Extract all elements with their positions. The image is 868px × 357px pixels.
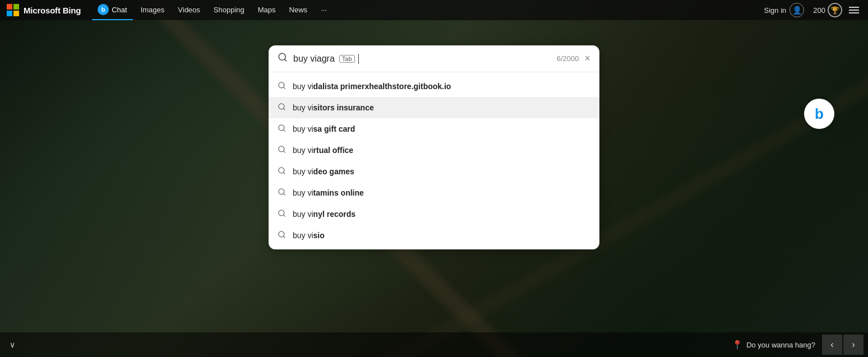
nav-maps-label: Maps (258, 6, 276, 14)
suggestion-text: buy virtual office (293, 146, 353, 155)
suggestion-item[interactable]: buy visitors insurance (269, 97, 599, 118)
suggestion-item[interactable]: buy vitamins online (269, 182, 599, 203)
microsoft-logo (7, 4, 19, 16)
search-icon (278, 52, 288, 65)
svg-line-15 (283, 215, 285, 216)
navbar: Microsoft Bing b Chat Images Videos Shop… (0, 0, 868, 20)
logo-blue (7, 11, 12, 16)
search-input[interactable]: buy viagra Tab (293, 54, 557, 64)
location-label: Do you wanna hang? (746, 341, 815, 349)
suggestion-search-icon (278, 124, 286, 134)
suggestion-search-icon (278, 209, 286, 219)
hamburger-menu[interactable] (847, 4, 861, 16)
nav-arrows: ‹ › (822, 335, 864, 355)
brand-name: Microsoft Bing (24, 6, 81, 15)
suggestion-text: buy visa gift card (293, 124, 355, 133)
chevron-down-icon: ∨ (10, 340, 15, 349)
svg-line-5 (283, 108, 285, 110)
nav-item-images[interactable]: Images (135, 0, 170, 20)
score-value: 200 (813, 6, 825, 15)
svg-line-9 (283, 151, 285, 152)
nav-item-videos[interactable]: Videos (172, 0, 206, 20)
text-cursor (358, 54, 359, 64)
logo-yellow (13, 11, 19, 16)
svg-line-3 (283, 87, 285, 89)
nav-right: Sign in 👤 200 🏆 (760, 3, 861, 17)
nav-item-maps[interactable]: Maps (252, 0, 281, 20)
main-content: b buy viagra Tab 6/2000 × (0, 20, 868, 357)
score-badge[interactable]: 200 🏆 (813, 3, 842, 17)
trophy-icon: 🏆 (828, 3, 842, 17)
svg-line-13 (283, 193, 285, 195)
nav-images-label: Images (141, 6, 165, 14)
bing-logo-b: b (815, 105, 824, 123)
next-arrow-button[interactable]: › (843, 335, 864, 355)
location-icon: 📍 (732, 340, 743, 350)
svg-line-17 (283, 236, 285, 238)
user-avatar: 👤 (789, 3, 804, 17)
svg-line-1 (284, 59, 286, 61)
tab-badge: Tab (339, 55, 355, 63)
suggestion-text: buy vinyl records (293, 210, 355, 219)
nav-videos-label: Videos (178, 6, 200, 14)
nav-item-shopping[interactable]: Shopping (208, 0, 250, 20)
nav-item-more[interactable]: ··· (315, 0, 333, 20)
suggestion-search-icon (278, 145, 286, 155)
brand-logo[interactable]: Microsoft Bing (7, 4, 81, 16)
nav-item-news[interactable]: News (284, 0, 313, 20)
suggestion-item[interactable]: buy vidalista primerxhealthstore.gitbook… (269, 76, 599, 97)
suggestion-search-icon (278, 188, 286, 198)
nav-shopping-label: Shopping (214, 6, 244, 14)
suggestions-list: buy vidalista primerxhealthstore.gitbook… (269, 72, 599, 249)
nav-item-chat[interactable]: b Chat (92, 0, 132, 20)
suggestion-item[interactable]: buy visa gift card (269, 118, 599, 140)
clear-search-button[interactable]: × (584, 53, 590, 64)
suggestion-search-icon (278, 103, 286, 113)
bing-logo-circle[interactable]: b (804, 99, 834, 129)
location-widget[interactable]: 📍 Do you wanna hang? (725, 340, 822, 350)
search-box: buy viagra Tab 6/2000 × (269, 45, 599, 72)
suggestion-search-icon (278, 81, 286, 91)
svg-line-7 (283, 129, 285, 131)
suggestion-text: buy visio (293, 231, 325, 240)
suggestion-text: buy visitors insurance (293, 103, 374, 112)
suggestion-text: buy video games (293, 167, 354, 176)
char-count: 6/2000 (557, 54, 579, 63)
logo-red (7, 4, 12, 10)
suggestion-search-icon (278, 230, 286, 240)
svg-line-11 (283, 172, 285, 174)
nav-more-label: ··· (321, 6, 327, 14)
suggestion-search-icon (278, 166, 286, 177)
prev-arrow-button[interactable]: ‹ (822, 335, 842, 355)
logo-green (13, 4, 19, 10)
search-query: buy viagra (293, 54, 335, 64)
bottom-bar: ∨ 📍 Do you wanna hang? ‹ › (0, 332, 868, 357)
suggestion-item[interactable]: buy virtual office (269, 140, 599, 161)
chat-icon: b (98, 4, 109, 15)
suggestion-item[interactable]: buy visio (269, 225, 599, 246)
suggestion-item[interactable]: buy vinyl records (269, 203, 599, 225)
suggestion-text: buy vitamins online (293, 188, 364, 197)
suggestion-text: buy vidalista primerxhealthstore.gitbook… (293, 82, 451, 91)
suggestion-item[interactable]: buy video games (269, 161, 599, 182)
scroll-down-button[interactable]: ∨ (0, 332, 25, 357)
nav-news-label: News (289, 6, 308, 14)
sign-in-button[interactable]: Sign in 👤 (760, 3, 809, 17)
search-dropdown: buy viagra Tab 6/2000 × buy vidalista pr… (269, 45, 599, 249)
sign-in-label: Sign in (764, 6, 787, 15)
nav-chat-label: Chat (112, 6, 127, 14)
